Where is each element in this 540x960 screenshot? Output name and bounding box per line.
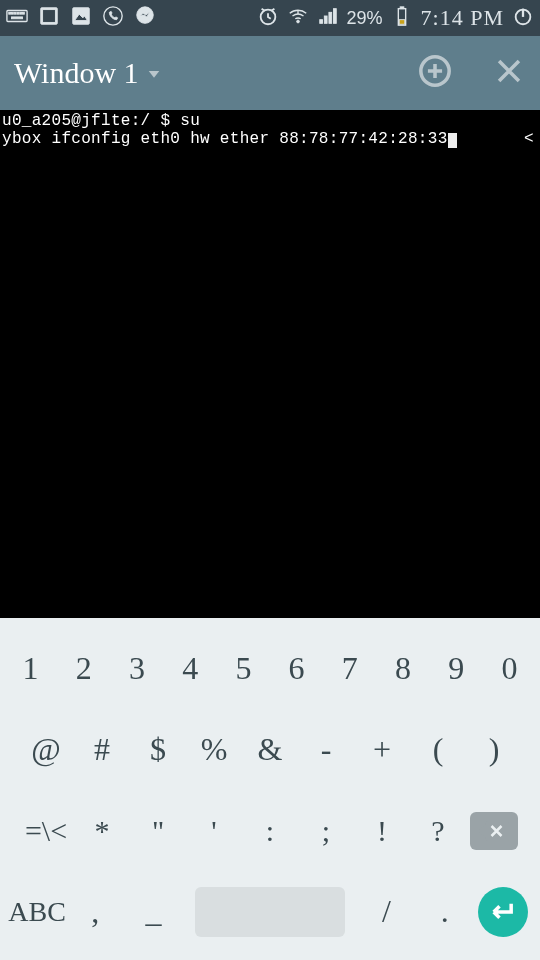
key-9[interactable]: 9: [430, 650, 483, 687]
terminal-line-1: u0_a205@jflte:/ $ su: [2, 112, 538, 130]
key-5[interactable]: 5: [217, 650, 270, 687]
soft-keyboard: 1 2 3 4 5 6 7 8 9 0 @ # $ % & - + ( ) =\…: [0, 618, 540, 960]
key-space[interactable]: [183, 887, 358, 937]
key-at[interactable]: @: [18, 731, 74, 768]
terminal-scroll-indicator: <: [524, 130, 534, 148]
key-period[interactable]: .: [416, 893, 474, 930]
key-3[interactable]: 3: [110, 650, 163, 687]
svg-rect-9: [43, 9, 56, 22]
clock-time: 7:14 PM: [421, 5, 504, 31]
status-left-icons: [6, 5, 156, 32]
svg-rect-7: [12, 16, 23, 18]
key-rparen[interactable]: ): [466, 731, 522, 768]
gallery-icon: [70, 5, 92, 32]
key-2[interactable]: 2: [57, 650, 110, 687]
key-question[interactable]: ?: [410, 814, 466, 848]
key-1[interactable]: 1: [4, 650, 57, 687]
key-backspace[interactable]: [466, 812, 522, 850]
close-button[interactable]: [492, 54, 526, 92]
app-bar-actions: [418, 54, 526, 92]
key-plus[interactable]: +: [354, 731, 410, 768]
key-abc-mode[interactable]: ABC: [8, 896, 66, 928]
key-semicolon[interactable]: ;: [298, 814, 354, 848]
key-amp[interactable]: &: [242, 731, 298, 768]
key-underscore[interactable]: _: [124, 893, 182, 930]
svg-rect-16: [319, 19, 322, 23]
image-icon: [38, 5, 60, 32]
svg-rect-2: [12, 12, 14, 14]
power-icon: [512, 5, 534, 32]
alarm-icon: [257, 5, 279, 32]
key-lparen[interactable]: (: [410, 731, 466, 768]
key-colon[interactable]: :: [242, 814, 298, 848]
wifi-icon: [287, 5, 309, 32]
key-4[interactable]: 4: [164, 650, 217, 687]
keyboard-icon: [6, 5, 28, 32]
status-right-icons: 29% 7:14 PM: [257, 5, 534, 32]
spacebar: [195, 887, 345, 937]
svg-rect-19: [333, 8, 336, 23]
key-6[interactable]: 6: [270, 650, 323, 687]
svg-rect-22: [399, 19, 405, 24]
svg-point-15: [296, 20, 299, 23]
key-dquote[interactable]: ": [130, 814, 186, 848]
key-bang[interactable]: !: [354, 814, 410, 848]
key-minus[interactable]: -: [298, 731, 354, 768]
chevron-down-icon: [145, 56, 163, 90]
svg-rect-18: [328, 12, 331, 23]
key-hash[interactable]: #: [74, 731, 130, 768]
key-8[interactable]: 8: [376, 650, 429, 687]
kb-row-3: =\< * " ' : ; ! ?: [4, 790, 536, 871]
enter-icon: [478, 887, 528, 937]
window-title-text: Window 1: [14, 56, 139, 90]
key-enter[interactable]: [474, 887, 532, 937]
battery-icon: [391, 5, 413, 32]
svg-rect-21: [400, 6, 404, 8]
key-dollar[interactable]: $: [130, 731, 186, 768]
key-0[interactable]: 0: [483, 650, 536, 687]
add-tab-button[interactable]: [418, 54, 452, 92]
terminal-cursor: [448, 133, 457, 148]
svg-rect-5: [20, 12, 22, 14]
key-star[interactable]: *: [74, 814, 130, 848]
svg-marker-24: [148, 71, 159, 78]
svg-rect-6: [23, 12, 25, 14]
status-bar: 29% 7:14 PM: [0, 0, 540, 36]
key-7[interactable]: 7: [323, 650, 376, 687]
svg-rect-17: [324, 16, 327, 23]
svg-rect-3: [14, 12, 16, 14]
svg-rect-1: [9, 12, 11, 14]
key-comma[interactable]: ,: [66, 893, 124, 930]
signal-icon: [317, 5, 339, 32]
window-tab[interactable]: Window 1: [14, 56, 163, 90]
terminal[interactable]: u0_a205@jflte:/ $ su ybox ifconfig eth0 …: [0, 110, 540, 618]
svg-rect-4: [17, 12, 19, 14]
key-slash[interactable]: /: [357, 893, 415, 930]
kb-row-2: @ # $ % & - + ( ): [4, 709, 536, 790]
key-squote[interactable]: ': [186, 814, 242, 848]
kb-row-4: ABC , _ / .: [4, 871, 536, 952]
backspace-icon: [470, 812, 518, 850]
messenger-icon: [134, 5, 156, 32]
battery-pct: 29%: [347, 8, 383, 29]
phone-icon: [102, 5, 124, 32]
key-percent[interactable]: %: [186, 731, 242, 768]
terminal-line-2: ybox ifconfig eth0 hw ether 88:78:77:42:…: [2, 130, 538, 148]
key-symbols-mode[interactable]: =\<: [18, 814, 74, 848]
app-bar: Window 1: [0, 36, 540, 110]
kb-row-1: 1 2 3 4 5 6 7 8 9 0: [4, 628, 536, 709]
